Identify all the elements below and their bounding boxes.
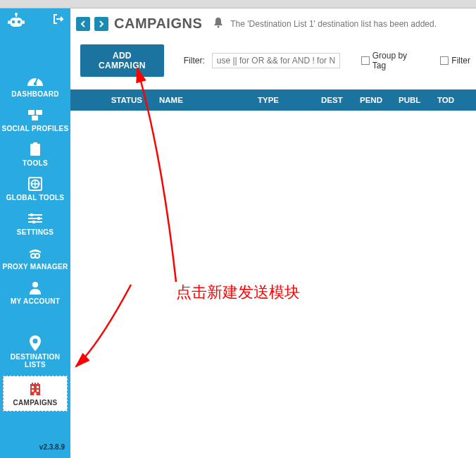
sidebar-item-label: MY ACCOUNT <box>11 297 60 305</box>
sidebar: DASHBOARD SOCIAL PROFILES TOOLS GLOBAL T… <box>0 8 70 458</box>
svg-rect-24 <box>32 383 33 385</box>
sidebar-item-destination-lists[interactable]: DESTINATION LISTS <box>0 330 70 371</box>
table-body <box>70 111 476 458</box>
svg-point-16 <box>30 213 34 217</box>
filter-input[interactable] <box>212 53 341 68</box>
filter-checkbox-label: Filter <box>451 56 470 66</box>
group-by-tag-label: Group by Tag <box>372 51 420 70</box>
svg-rect-13 <box>33 142 37 145</box>
svg-rect-26 <box>37 383 39 385</box>
svg-rect-2 <box>10 18 23 27</box>
svg-rect-28 <box>37 386 39 388</box>
col-dest[interactable]: DEST <box>317 96 356 104</box>
svg-rect-27 <box>32 386 34 388</box>
svg-rect-6 <box>23 20 25 24</box>
filter-checkbox[interactable]: Filter <box>440 56 470 66</box>
sidebar-item-my-account[interactable]: MY ACCOUNT <box>0 275 70 308</box>
building-icon <box>25 380 45 397</box>
sidebar-item-label: SOCIAL PROFILES <box>2 125 69 132</box>
gauge-icon <box>25 72 45 89</box>
svg-point-17 <box>37 217 41 221</box>
filter-label: Filter: <box>184 56 205 66</box>
svg-rect-31 <box>35 392 37 395</box>
version-label: v2.3.8.9 <box>0 439 70 458</box>
sidebar-item-label: TOOLS <box>23 159 48 167</box>
svg-point-18 <box>32 221 36 224</box>
checkbox-icon <box>361 56 369 65</box>
svg-point-21 <box>32 282 38 287</box>
spy-icon <box>25 245 45 261</box>
svg-point-3 <box>12 20 15 24</box>
col-name[interactable]: NAME <box>155 96 253 104</box>
profiles-icon <box>25 106 45 123</box>
svg-rect-5 <box>8 20 10 24</box>
svg-rect-9 <box>28 110 35 115</box>
nav-prev-button[interactable] <box>76 17 90 31</box>
sidebar-nav: DASHBOARD SOCIAL PROFILES TOOLS GLOBAL T… <box>0 68 70 411</box>
col-status[interactable]: STATUS <box>70 96 155 104</box>
browser-tabs <box>0 0 476 8</box>
sidebar-item-dashboard[interactable]: DASHBOARD <box>0 68 70 101</box>
svg-rect-25 <box>35 383 36 385</box>
col-pend[interactable]: PEND <box>356 96 394 104</box>
svg-point-4 <box>18 20 21 24</box>
col-type[interactable]: TYPE <box>253 96 317 104</box>
clipboard-icon <box>25 141 45 158</box>
logout-icon[interactable] <box>52 13 65 29</box>
table-header: STATUS NAME TYPE DEST PEND PUBL TOD <box>70 89 476 111</box>
add-campaign-button[interactable]: ADD CAMPAIGN <box>80 44 164 77</box>
svg-rect-11 <box>32 116 38 120</box>
sidebar-item-social-profiles[interactable]: SOCIAL PROFILES <box>0 102 70 135</box>
sidebar-item-label: SETTINGS <box>17 228 54 236</box>
svg-point-22 <box>33 339 38 344</box>
checkbox-icon <box>440 56 449 65</box>
col-publ[interactable]: PUBL <box>394 96 433 104</box>
group-by-tag-checkbox[interactable]: Group by Tag <box>361 51 419 70</box>
pin-icon <box>25 335 45 352</box>
sidebar-item-proxy-manager[interactable]: PROXY MANAGER <box>0 240 70 273</box>
user-icon <box>25 279 45 296</box>
svg-rect-29 <box>32 390 34 392</box>
sidebar-item-global-tools[interactable]: GLOBAL TOOLS <box>0 171 70 204</box>
sliders-icon <box>25 210 45 227</box>
svg-rect-1 <box>15 14 17 17</box>
main-panel: CAMPAIGNS The 'Destination List 1' desti… <box>70 8 476 458</box>
robot-icon <box>6 11 27 30</box>
svg-rect-12 <box>30 144 40 156</box>
svg-point-32 <box>218 25 220 27</box>
page-title: CAMPAIGNS <box>114 16 202 32</box>
toolbar: ADD CAMPAIGN Filter: Group by Tag Filter <box>70 35 476 89</box>
sidebar-item-label: DESTINATION LISTS <box>0 353 70 369</box>
title-bar: CAMPAIGNS The 'Destination List 1' desti… <box>70 8 476 35</box>
sidebar-item-campaigns[interactable]: CAMPAIGNS <box>3 376 68 411</box>
sidebar-item-label: CAMPAIGNS <box>13 399 57 407</box>
sidebar-item-label: DASHBOARD <box>11 90 59 98</box>
nav-next-button[interactable] <box>94 17 108 31</box>
svg-rect-10 <box>36 110 42 115</box>
globe-icon <box>25 175 45 192</box>
sidebar-item-label: PROXY MANAGER <box>2 263 68 271</box>
svg-point-20 <box>35 254 39 258</box>
sidebar-item-settings[interactable]: SETTINGS <box>0 206 70 239</box>
bell-icon <box>213 17 223 31</box>
svg-rect-30 <box>37 390 39 392</box>
sidebar-item-label: GLOBAL TOOLS <box>6 194 65 202</box>
sidebar-item-tools[interactable]: TOOLS <box>0 137 70 170</box>
col-tod[interactable]: TOD <box>433 96 476 104</box>
notification-text: The 'Destination List 1' destination lis… <box>230 19 437 29</box>
